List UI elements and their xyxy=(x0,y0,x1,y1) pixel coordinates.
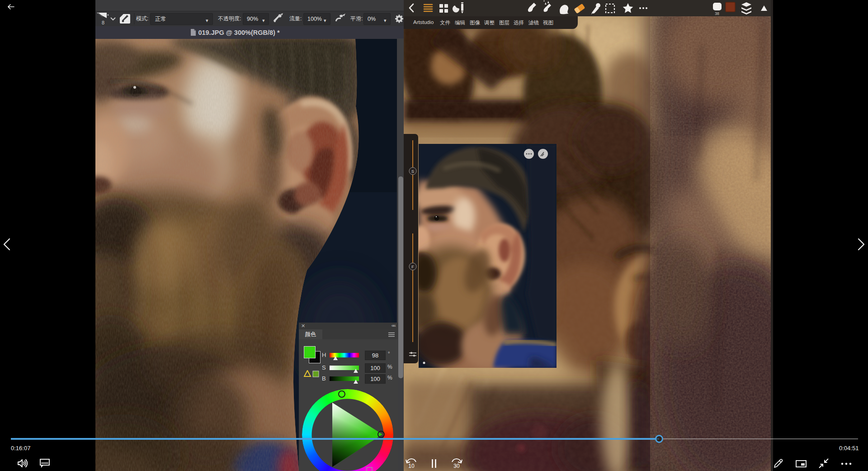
svg-text:F: F xyxy=(411,265,414,269)
svg-text:8: 8 xyxy=(102,20,104,25)
svg-text:38: 38 xyxy=(715,11,719,16)
svg-text:30: 30 xyxy=(453,463,460,469)
svg-text:S: S xyxy=(411,169,414,174)
svg-text:10: 10 xyxy=(408,463,415,469)
